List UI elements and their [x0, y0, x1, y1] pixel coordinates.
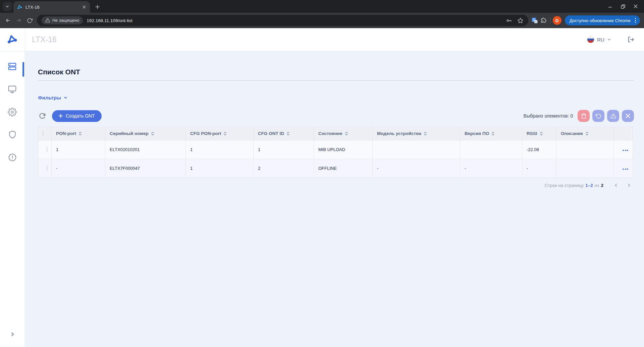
ont-table: PON-port Серийный номер CFG PON-port CFG…	[38, 127, 633, 178]
pagination-prefix: Строк на страницу	[544, 183, 584, 188]
language-selector[interactable]: RU	[587, 36, 611, 43]
new-tab-button[interactable]	[93, 2, 102, 11]
sidebar	[0, 51, 25, 347]
table-header-row: PON-port Серийный номер CFG PON-port CFG…	[38, 127, 633, 140]
reload-button[interactable]	[24, 15, 35, 26]
pagination: Строк на страницу 1–2 из 2	[38, 182, 633, 189]
active-item-indicator	[22, 62, 24, 77]
forward-button[interactable]	[13, 15, 24, 26]
column-header-pon-port[interactable]: PON-port	[52, 127, 105, 140]
column-header-serial[interactable]: Серийный номер	[105, 127, 186, 140]
table-row[interactable]: 1 ELTX02010201 1 1 MIB UPLOAD -22.08	[38, 140, 633, 159]
sort-icon	[78, 131, 82, 136]
create-ont-button[interactable]: Создать ONT	[52, 110, 102, 122]
sidebar-item-alerts[interactable]	[6, 151, 19, 164]
password-key-icon[interactable]	[506, 17, 512, 24]
column-header-model[interactable]: Модель устройства	[373, 127, 460, 140]
cell-model: -	[373, 159, 460, 178]
column-header-description[interactable]: Описание	[556, 127, 614, 140]
bookmark-star-icon[interactable]	[517, 17, 524, 24]
avatar-letter: D	[555, 18, 558, 23]
refresh-button[interactable]	[38, 112, 47, 120]
browser-menu-icon[interactable]	[634, 18, 637, 23]
sort-icon	[223, 131, 227, 136]
column-label: Серийный номер	[110, 131, 149, 136]
delete-selected-button[interactable]	[578, 110, 590, 122]
cell-pon-port: -	[52, 159, 105, 178]
cell-firmware: -	[460, 159, 522, 178]
column-label: Описание	[561, 131, 583, 136]
sidebar-item-settings[interactable]	[6, 106, 19, 118]
toolbar-divider	[550, 17, 550, 23]
server-stack-icon	[8, 62, 17, 71]
sort-icon	[540, 131, 543, 136]
plus-icon	[95, 5, 100, 9]
warning-selected-button[interactable]	[607, 110, 619, 122]
sidebar-item-devices[interactable]	[6, 83, 19, 95]
next-page-button[interactable]	[625, 182, 633, 189]
column-label: CFG PON-port	[190, 131, 221, 136]
security-chip[interactable]: Не защищено	[42, 16, 83, 24]
column-header-rssi[interactable]: RSSI	[522, 127, 556, 140]
chevron-right-icon	[627, 183, 631, 188]
column-label: Версия ПО	[465, 131, 489, 136]
russian-flag-icon	[587, 36, 594, 43]
cell-firmware	[460, 140, 522, 159]
minimize-button[interactable]	[604, 1, 616, 11]
browser-tab[interactable]: LTX-16	[13, 1, 90, 13]
cell-description	[556, 140, 614, 159]
url-text[interactable]: 192.168.11.109/ont-list	[87, 18, 505, 23]
reset-selected-button[interactable]	[592, 110, 604, 122]
column-header-firmware[interactable]: Версия ПО	[460, 127, 522, 140]
eltex-logo-icon	[7, 34, 18, 45]
row-checkbox[interactable]	[47, 147, 47, 152]
shield-icon	[8, 130, 17, 139]
sort-icon	[151, 131, 154, 136]
row-actions-menu[interactable]	[623, 168, 628, 170]
cell-state: OFFLINE	[314, 159, 373, 178]
column-label: Состояние	[318, 131, 342, 136]
gear-icon	[8, 108, 17, 117]
tab-search-button[interactable]	[3, 2, 12, 11]
sort-icon	[424, 131, 427, 136]
cell-description	[556, 159, 614, 178]
address-bar[interactable]: Не защищено 192.168.11.109/ont-list	[37, 15, 528, 26]
tab-close-icon[interactable]	[81, 4, 87, 10]
close-icon	[625, 113, 631, 119]
sidebar-item-security[interactable]	[6, 128, 19, 141]
pagination-range: 1–2	[585, 183, 593, 188]
previous-page-button[interactable]	[612, 182, 620, 189]
table-row[interactable]: - ELTX7F000047 1 2 OFFLINE - - -	[38, 159, 633, 178]
cell-model	[373, 140, 460, 159]
cell-rssi: -	[522, 159, 556, 178]
sidebar-expand-button[interactable]	[10, 332, 15, 338]
chevron-left-icon	[614, 183, 619, 188]
select-all-checkbox[interactable]	[43, 131, 43, 136]
profile-avatar[interactable]: D	[553, 16, 561, 25]
svg-text:A: A	[535, 20, 537, 23]
column-label: CFG ONT ID	[258, 131, 284, 136]
monitor-icon	[8, 85, 17, 94]
translate-icon[interactable]: 文A	[530, 16, 539, 25]
row-actions-menu[interactable]	[623, 150, 628, 151]
column-header-actions	[614, 127, 633, 140]
column-header-cfg-pon-port[interactable]: CFG PON-port	[186, 127, 254, 140]
column-header-state[interactable]: Состояние	[314, 127, 373, 140]
extensions-puzzle-icon[interactable]	[539, 16, 548, 25]
filters-toggle[interactable]: Фильтры	[38, 95, 68, 100]
alert-circle-icon	[8, 153, 17, 162]
close-window-button[interactable]	[629, 1, 642, 11]
refresh-icon	[39, 113, 46, 119]
row-checkbox[interactable]	[47, 165, 47, 171]
warning-icon	[45, 18, 50, 23]
eltex-favicon	[17, 4, 22, 10]
logout-icon[interactable]	[627, 36, 635, 43]
column-header-cfg-ont-id[interactable]: CFG ONT ID	[254, 127, 314, 140]
back-button[interactable]	[3, 15, 13, 26]
sidebar-item-ont-list[interactable]	[6, 60, 19, 73]
deselect-button[interactable]	[622, 110, 634, 122]
restore-button[interactable]	[616, 1, 629, 11]
selected-count-label: Выбрано элементов: 0	[524, 113, 573, 119]
sort-icon	[585, 131, 589, 136]
chrome-update-button[interactable]: Доступно обновление Chrome	[565, 15, 640, 25]
